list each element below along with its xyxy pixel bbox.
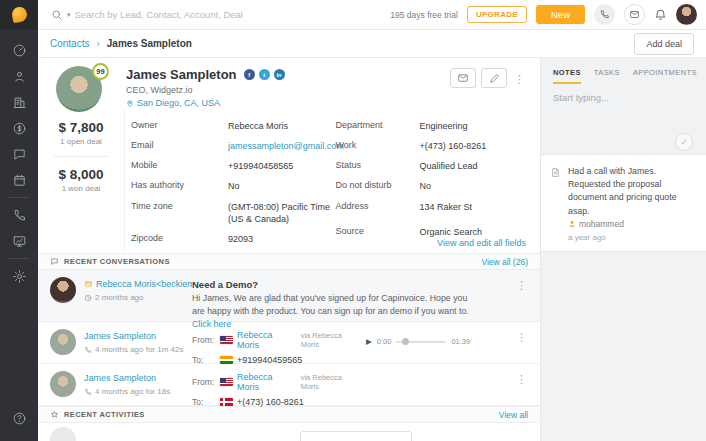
call-more-icon[interactable]: ⋮	[512, 329, 532, 344]
note-time: a year ago	[568, 233, 692, 242]
contacts-icon	[12, 69, 27, 84]
tab-tasks[interactable]: TASKS	[594, 68, 620, 84]
field-owner: OwnerRebecca Moris	[131, 120, 336, 132]
tab-notes[interactable]: NOTES	[553, 68, 581, 84]
sidebar-divider	[9, 258, 29, 259]
view-edit-all-fields-link[interactable]: View and edit all fields	[437, 238, 526, 248]
call-contact-name[interactable]: James Sampleton	[84, 373, 156, 383]
field-value: 92093	[228, 233, 336, 245]
call-recording-player: ▶ 0:00 01:39	[366, 329, 470, 346]
tab-appointments[interactable]: APPOINTMENTS	[633, 68, 697, 84]
field-value-email-link[interactable]: jamessampleton@gmail.com	[228, 140, 342, 152]
sidebar-item-phone[interactable]	[0, 202, 38, 228]
facebook-icon[interactable]: f	[244, 69, 255, 80]
player-seek-bar[interactable]	[396, 341, 446, 343]
accounts-icon	[12, 95, 27, 110]
twitter-icon[interactable]: t	[259, 69, 270, 80]
sidebar-item-reports[interactable]	[0, 228, 38, 254]
field-value: No	[420, 180, 534, 192]
linkedin-icon[interactable]: in	[274, 69, 285, 80]
sidebar-item-conversations[interactable]	[0, 141, 38, 167]
search-scope-caret-icon[interactable]: ▾	[67, 11, 71, 19]
email-envelope-icon	[84, 280, 93, 288]
player-knob[interactable]	[402, 338, 409, 345]
edit-contact-button[interactable]	[481, 68, 507, 88]
call-meta: 4 months ago for 1m 42s	[95, 345, 184, 354]
sidebar-item-dashboard[interactable]	[0, 37, 38, 63]
sidebar-item-accounts[interactable]	[0, 89, 38, 115]
conversation-call-row[interactable]: James Sampleton 4 months ago for 1m 42s …	[38, 322, 540, 364]
sidebar-item-calendar[interactable]	[0, 167, 38, 193]
field-label: Mobile	[131, 160, 228, 172]
breadcrumb-bar: Contacts › James Sampleton Add deal	[38, 30, 706, 58]
new-button[interactable]: New	[536, 5, 585, 24]
contact-avatar-wrap: 99	[56, 66, 102, 112]
email-sender[interactable]: Rebecca Moris<beckiemoris@gm...	[96, 279, 192, 289]
note-input[interactable]	[553, 92, 694, 130]
conversation-sender-col: Rebecca Moris<beckiemoris@gm... 2 months…	[84, 277, 192, 302]
email-click-here-link[interactable]: Click here	[192, 319, 231, 329]
conversation-email-row[interactable]: Rebecca Moris<beckiemoris@gm... 2 months…	[38, 270, 540, 322]
deal-stats: $ 7,800 1 open deal $ 8,000 1 won deal	[38, 110, 125, 253]
phone-dialer-icon[interactable]	[594, 4, 615, 25]
note-author: mohammed	[579, 219, 624, 229]
notifications-bell-icon[interactable]	[654, 8, 667, 21]
call-from-name[interactable]: Rebecca Moris	[237, 372, 297, 392]
view-all-conversations-link[interactable]: View all (26)	[481, 257, 528, 267]
view-all-activities-link[interactable]: View all	[499, 410, 528, 420]
sidebar-item-contacts[interactable]	[0, 63, 38, 89]
contact-identity: James Sampleton f t in CEO, Widgetz.io S…	[126, 66, 285, 110]
field-do-not-disturb: Do not disturbNo	[336, 180, 541, 192]
contact-actions: ⋮	[450, 66, 528, 110]
fields-column-right: DepartmentEngineering Work+(473) 160-826…	[336, 120, 541, 253]
sidebar-divider	[9, 197, 29, 198]
call-from-to: From:Rebecca Morisvia Rebecca Moris To:+…	[192, 329, 362, 370]
save-note-check-icon[interactable]: ✓	[675, 133, 693, 151]
sidebar-item-deals[interactable]	[0, 115, 38, 141]
call-phone-icon	[84, 388, 92, 396]
call-more-icon[interactable]: ⋮	[512, 371, 532, 386]
topbar: ▾ 195 days free trial UPGRADE New	[0, 0, 706, 30]
crm-app: ▾ 195 days free trial UPGRADE New Contac…	[0, 0, 706, 441]
sidebar-item-help[interactable]	[0, 405, 38, 431]
note-card[interactable]: Had a call with James. Requested the pro…	[541, 154, 706, 252]
search-input[interactable]	[75, 9, 300, 20]
contact-location[interactable]: San Diego, CA, USA	[137, 98, 220, 108]
from-label: From:	[192, 335, 216, 345]
notes-panel: NOTES TASKS APPOINTMENTS FILES ✓ Had a c…	[540, 58, 706, 441]
more-actions-icon[interactable]: ⋮	[512, 68, 528, 88]
field-label: Address	[336, 201, 420, 213]
email-inbox-icon[interactable]	[624, 4, 645, 25]
play-icon[interactable]: ▶	[366, 337, 372, 346]
email-time: 2 months ago	[95, 293, 143, 302]
call-contact-name[interactable]: James Sampleton	[84, 331, 156, 341]
email-subject[interactable]: Need a Demo?	[192, 279, 512, 290]
breadcrumb-contacts-link[interactable]: Contacts	[50, 38, 89, 49]
note-author-icon	[568, 220, 576, 228]
field-label: Department	[336, 120, 420, 132]
field-label: Owner	[131, 120, 228, 132]
calendar-icon	[12, 173, 27, 188]
us-flag-icon	[220, 378, 233, 386]
field-label: Status	[336, 160, 420, 172]
add-deal-button[interactable]: Add deal	[634, 33, 694, 55]
field-label: Source	[336, 226, 420, 238]
email-more-icon[interactable]: ⋮	[512, 277, 532, 292]
app-logo[interactable]	[0, 0, 38, 30]
send-email-button[interactable]	[450, 68, 476, 88]
user-avatar[interactable]	[676, 4, 697, 25]
activities-star-icon	[50, 410, 59, 419]
call-from-name[interactable]: Rebecca Moris	[237, 330, 297, 350]
won-deal-value[interactable]: $ 8,000	[38, 167, 124, 182]
search-icon[interactable]	[51, 9, 63, 21]
call-meta: 4 months ago for 18s	[95, 387, 170, 396]
field-time-zone: Time zone(GMT-08:00) Pacific Time (US & …	[131, 201, 336, 225]
sidebar-item-settings[interactable]	[0, 263, 38, 289]
open-deal-value[interactable]: $ 7,800	[38, 120, 124, 135]
us-flag-icon	[220, 336, 233, 344]
upgrade-button[interactable]: UPGRADE	[467, 6, 527, 23]
field-label: Zipcode	[131, 233, 228, 245]
field-value: No	[228, 180, 336, 192]
conversation-call-row[interactable]: James Sampleton 4 months ago for 18s Fro…	[38, 364, 540, 406]
field-value: Organic Search	[420, 226, 534, 238]
